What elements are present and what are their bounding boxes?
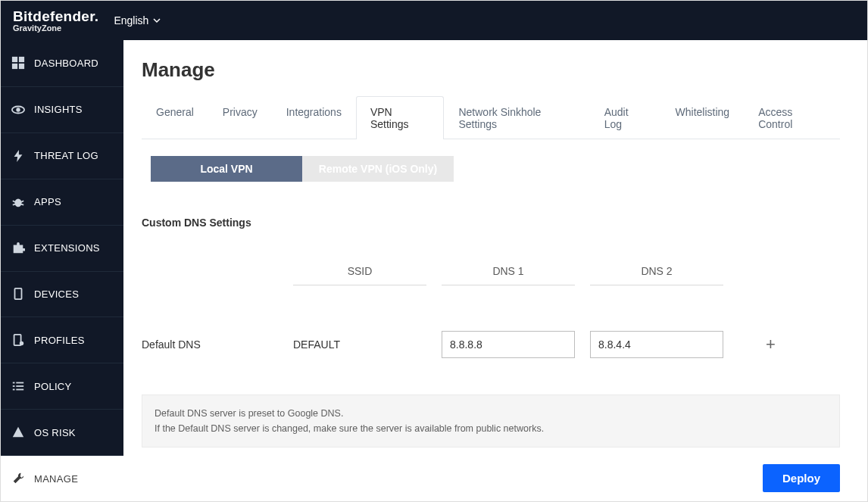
svg-rect-1 xyxy=(19,57,24,62)
tab-integrations[interactable]: Integrations xyxy=(272,96,356,139)
tab-vpn-settings[interactable]: VPN Settings xyxy=(356,96,445,139)
col-ssid: SSID xyxy=(293,265,426,285)
svg-point-6 xyxy=(15,198,22,207)
col-dns2: DNS 2 xyxy=(590,265,723,285)
sidebar-item-label: THREAT LOG xyxy=(34,150,98,161)
brand-sub: GravityZone xyxy=(13,23,98,33)
svg-rect-15 xyxy=(16,382,23,384)
svg-rect-0 xyxy=(12,57,17,62)
svg-point-5 xyxy=(16,108,20,111)
dns-notice: Default DNS server is preset to Google D… xyxy=(142,394,840,447)
notice-line-1: Default DNS server is preset to Google D… xyxy=(155,406,827,421)
sidebar-item-insights[interactable]: INSIGHTS xyxy=(1,86,123,133)
deploy-button[interactable]: Deploy xyxy=(763,464,840,492)
ssid-value: DEFAULT xyxy=(293,338,426,351)
tabs: General Privacy Integrations VPN Setting… xyxy=(142,95,840,139)
sidebar-item-label: PROFILES xyxy=(34,335,85,346)
tab-whitelisting[interactable]: Whitelisting xyxy=(661,96,745,139)
sidebar-item-os-risk[interactable]: OS RISK xyxy=(1,409,123,455)
sidebar-item-extensions[interactable]: EXTENSIONS xyxy=(1,225,123,271)
brand: Bitdefender. GravityZone xyxy=(13,8,98,33)
sidebar-item-profiles[interactable]: PROFILES xyxy=(1,316,123,363)
subtab-remote-vpn[interactable]: Remote VPN (iOS Only) xyxy=(302,156,454,182)
list-icon xyxy=(11,379,25,393)
svg-line-8 xyxy=(21,201,24,202)
sidebar-item-label: MANAGE xyxy=(34,473,78,485)
tab-network-sinkhole[interactable]: Network Sinkhole Settings xyxy=(444,96,589,139)
svg-line-9 xyxy=(13,204,16,204)
notice-line-2: If the Default DNS server is changed, ma… xyxy=(155,421,827,436)
svg-rect-2 xyxy=(12,64,17,69)
tab-access-control[interactable]: Access Control xyxy=(744,96,840,139)
sidebar-item-threat-log[interactable]: THREAT LOG xyxy=(1,133,123,179)
profile-icon xyxy=(11,333,25,347)
add-row-button[interactable]: + xyxy=(766,335,776,354)
sidebar-item-label: EXTENSIONS xyxy=(34,242,100,254)
dns2-input[interactable] xyxy=(590,331,723,358)
svg-rect-18 xyxy=(13,389,15,391)
dns1-input[interactable] xyxy=(442,331,575,358)
topbar: Bitdefender. GravityZone English xyxy=(1,1,867,40)
sidebar: DASHBOARD INSIGHTS THREAT LOG APPS EXTEN… xyxy=(1,40,123,501)
tab-privacy[interactable]: Privacy xyxy=(208,96,272,139)
svg-rect-3 xyxy=(19,64,24,69)
bug-icon xyxy=(11,195,25,209)
sidebar-item-label: POLICY xyxy=(34,381,71,392)
warning-icon xyxy=(11,426,25,439)
svg-point-13 xyxy=(20,341,23,345)
device-icon xyxy=(11,287,25,301)
sidebar-item-label: DEVICES xyxy=(34,288,79,300)
eye-icon xyxy=(11,103,25,117)
language-selector[interactable]: English xyxy=(114,14,161,27)
custom-dns-title: Custom DNS Settings xyxy=(142,217,840,229)
puzzle-icon xyxy=(11,242,25,255)
sidebar-item-apps[interactable]: APPS xyxy=(1,179,123,225)
svg-rect-11 xyxy=(15,288,22,299)
main-content: Manage General Privacy Integrations VPN … xyxy=(123,40,867,501)
wrench-icon xyxy=(11,472,25,485)
bolt-icon xyxy=(11,149,25,163)
brand-main: Bitdefender. xyxy=(13,8,98,25)
vpn-subtabs: Local VPN Remote VPN (iOS Only) xyxy=(151,156,840,182)
sidebar-item-devices[interactable]: DEVICES xyxy=(1,271,123,317)
svg-rect-17 xyxy=(16,385,23,387)
svg-line-10 xyxy=(21,204,24,204)
dns-headers: SSID DNS 1 DNS 2 xyxy=(142,265,840,285)
default-dns-row: Default DNS DEFAULT + xyxy=(142,331,840,358)
sidebar-item-label: DASHBOARD xyxy=(34,58,98,69)
dashboard-icon xyxy=(11,56,25,70)
sidebar-item-policy[interactable]: POLICY xyxy=(1,363,123,409)
sidebar-item-manage[interactable]: MANAGE xyxy=(1,455,123,501)
tab-general[interactable]: General xyxy=(142,96,208,139)
page-title: Manage xyxy=(142,58,840,82)
sidebar-item-label: APPS xyxy=(34,196,61,207)
subtab-local-vpn[interactable]: Local VPN xyxy=(151,156,302,182)
row-label: Default DNS xyxy=(142,338,293,351)
svg-rect-16 xyxy=(13,385,15,387)
language-label: English xyxy=(114,14,148,27)
sidebar-item-label: OS RISK xyxy=(34,427,76,438)
svg-rect-19 xyxy=(16,389,23,391)
sidebar-item-dashboard[interactable]: DASHBOARD xyxy=(1,40,123,86)
svg-rect-14 xyxy=(13,382,15,384)
tab-audit-log[interactable]: Audit Log xyxy=(590,96,661,139)
svg-line-7 xyxy=(13,201,16,202)
col-dns1: DNS 1 xyxy=(442,265,575,285)
sidebar-item-label: INSIGHTS xyxy=(34,104,83,115)
chevron-down-icon xyxy=(153,17,161,24)
